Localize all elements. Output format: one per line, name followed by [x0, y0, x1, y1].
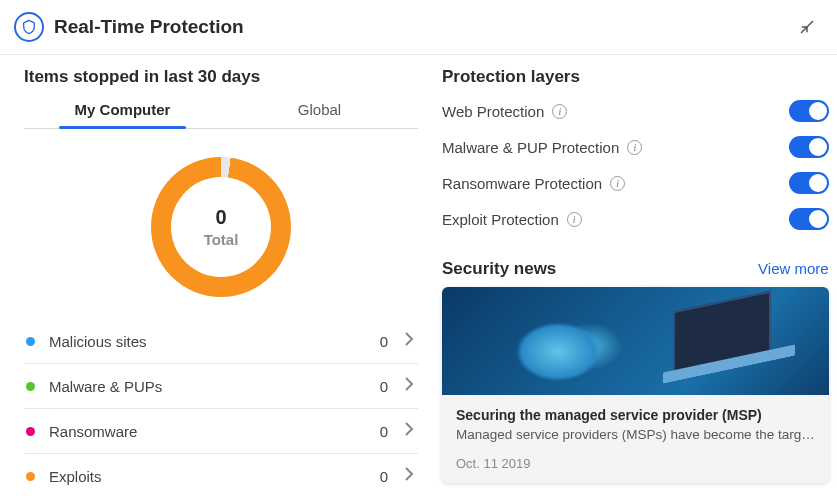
- chevron-right-icon: [404, 421, 414, 441]
- news-description: Managed service providers (MSPs) have be…: [456, 427, 815, 442]
- donut-total-value: 0: [204, 206, 239, 229]
- toggle-ransomware-protection[interactable]: [789, 172, 829, 194]
- category-dot: [26, 337, 35, 346]
- info-icon[interactable]: i: [610, 176, 625, 191]
- category-count: 0: [380, 423, 388, 440]
- right-panel: Protection layers Web Protection i Malwa…: [442, 67, 829, 498]
- category-label: Ransomware: [49, 423, 380, 440]
- layer-label: Exploit Protection: [442, 211, 559, 228]
- news-headline: Securing the managed service provider (M…: [456, 407, 815, 423]
- layer-label: Malware & PUP Protection: [442, 139, 619, 156]
- layer-label: Ransomware Protection: [442, 175, 602, 192]
- news-date: Oct. 11 2019: [456, 456, 815, 471]
- security-news-title: Security news: [442, 259, 556, 279]
- layer-row-exploit: Exploit Protection i: [442, 201, 829, 237]
- tab-global[interactable]: Global: [221, 93, 418, 128]
- layer-label: Web Protection: [442, 103, 544, 120]
- category-count: 0: [380, 378, 388, 395]
- category-dot: [26, 472, 35, 481]
- shield-icon: [14, 12, 44, 42]
- panel-header: Real-Time Protection: [0, 0, 837, 55]
- info-icon[interactable]: i: [567, 212, 582, 227]
- category-row-malware-pups[interactable]: Malware & PUPs 0: [24, 364, 418, 409]
- items-stopped-panel: Items stopped in last 30 days My Compute…: [24, 67, 418, 498]
- layer-row-malware: Malware & PUP Protection i: [442, 129, 829, 165]
- tab-label: Global: [298, 101, 341, 118]
- category-dot: [26, 382, 35, 391]
- scope-tabs: My Computer Global: [24, 93, 418, 129]
- tab-label: My Computer: [75, 101, 171, 118]
- category-label: Malware & PUPs: [49, 378, 380, 395]
- info-icon[interactable]: i: [627, 140, 642, 155]
- category-row-malicious-sites[interactable]: Malicious sites 0: [24, 319, 418, 364]
- category-row-exploits[interactable]: Exploits 0: [24, 454, 418, 498]
- category-label: Malicious sites: [49, 333, 380, 350]
- toggle-web-protection[interactable]: [789, 100, 829, 122]
- category-row-ransomware[interactable]: Ransomware 0: [24, 409, 418, 454]
- protection-layers-title: Protection layers: [442, 67, 829, 87]
- category-count: 0: [380, 468, 388, 485]
- collapse-button[interactable]: [793, 13, 821, 41]
- toggle-malware-protection[interactable]: [789, 136, 829, 158]
- laptop-icon: [663, 301, 795, 381]
- category-label: Exploits: [49, 468, 380, 485]
- items-stopped-title: Items stopped in last 30 days: [24, 67, 418, 87]
- collapse-icon: [798, 18, 816, 36]
- tab-my-computer[interactable]: My Computer: [24, 93, 221, 128]
- donut-total-label: Total: [204, 231, 239, 248]
- toggle-exploit-protection[interactable]: [789, 208, 829, 230]
- donut-chart: 0 Total: [24, 129, 418, 319]
- layer-row-ransomware: Ransomware Protection i: [442, 165, 829, 201]
- layer-row-web: Web Protection i: [442, 93, 829, 129]
- info-icon[interactable]: i: [552, 104, 567, 119]
- chevron-right-icon: [404, 331, 414, 351]
- category-count: 0: [380, 333, 388, 350]
- category-dot: [26, 427, 35, 436]
- chevron-right-icon: [404, 466, 414, 486]
- panel-title: Real-Time Protection: [54, 16, 783, 38]
- view-more-link[interactable]: View more: [758, 260, 829, 277]
- news-card[interactable]: Securing the managed service provider (M…: [442, 287, 829, 483]
- news-image: [442, 287, 829, 395]
- chevron-right-icon: [404, 376, 414, 396]
